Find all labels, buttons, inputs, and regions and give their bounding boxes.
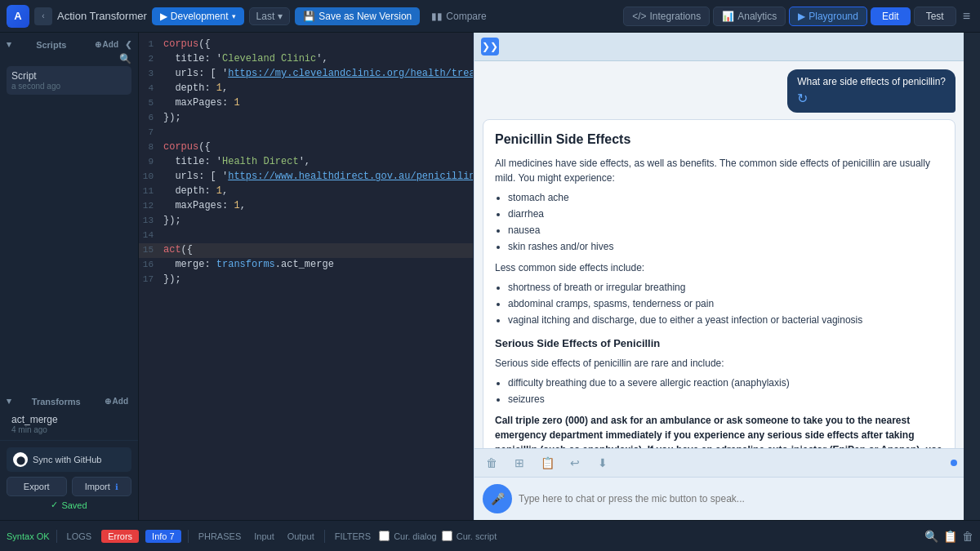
line-number: 17 [139,273,163,284]
back-button[interactable]: ‹ [34,7,52,25]
line-number: 13 [139,215,163,225]
line-number: 10 [139,171,163,181]
clipboard-icon[interactable]: 📋 [537,452,558,473]
line-code: urls: [ 'https://my.clevelandclinic.org/… [163,68,473,79]
errors-tab[interactable]: Errors [101,530,139,543]
scripts-header: ▾ Scripts ⊕ Add ❮ [7,38,131,53]
script-name: Script [11,70,127,82]
version-label: Last [256,11,275,22]
line-number: 4 [139,82,163,93]
scroll-dot[interactable] [951,460,957,466]
import-info-icon: ℹ [115,482,118,491]
check-icon: ✓ [51,500,58,510]
transforms-label: Transforms [32,397,81,407]
chat-messages: What are side effects of penicillin? ↻ P… [474,61,964,448]
code-line: 6}); [139,111,473,126]
sync-github-button[interactable]: ⬤ Sync with GitHub [7,447,131,472]
logs-tab[interactable]: LOGS [64,530,96,543]
chat-left-icons: 🗑 ⊞ 📋 ↩ ⬇ [481,452,613,473]
import-button[interactable]: Import ℹ [72,477,132,496]
compare-button[interactable]: ▮▮ Compare [425,7,492,25]
code-line: 15act({ [139,243,473,258]
code-line: 13}); [139,214,473,229]
development-button[interactable]: ▶ Development ▾ [152,7,244,25]
line-number: 3 [139,68,163,78]
code-line: 5 maxPages: 1 [139,96,473,111]
less-common-label: Less common side effects include: [495,260,943,275]
output-tab[interactable]: Output [284,530,318,543]
less-common-effect-item: vaginal itching and discharge, due to ei… [508,313,943,327]
saved-label: Saved [61,500,87,510]
script-time: a second ago [11,82,127,91]
analytics-button[interactable]: 📊 Analytics [713,7,786,26]
line-code: maxPages: 1, [163,200,246,211]
line-code: title: 'Health Direct', [163,156,310,167]
scripts-search-icon[interactable]: 🔍 [119,53,131,64]
playground-button[interactable]: ▶ Playground [789,7,867,26]
common-effect-item: diarrhea [508,207,943,221]
transform-time: 4 min ago [11,425,127,434]
page-title: Action Transformer [57,10,147,22]
chat-header: ❯❯ [474,33,964,61]
menu-button[interactable]: ≡ [960,6,973,27]
transforms-collapse-icon[interactable]: ▾ [7,396,11,407]
test-button[interactable]: Test [914,7,956,26]
less-common-effect-item: abdominal cramps, spasms, tenderness or … [508,296,943,311]
download-icon[interactable]: ⬇ [592,452,613,473]
emergency-text: Call triple zero (000) and ask for an am… [495,413,943,449]
chat-expand-button[interactable]: ❯❯ [481,38,499,56]
editor-lines[interactable]: 1corpus({2 title: 'Cleveland Clinic',3 u… [139,33,473,520]
save-new-version-button[interactable]: 💾 Save as New Version [295,7,420,25]
message-refresh-icon[interactable]: ↻ [797,91,808,105]
phrases-tab[interactable]: PHRASES [195,530,245,543]
sidebar-collapse-button[interactable]: ❮ [125,40,131,49]
sidebar-item-script[interactable]: Script a second ago [7,66,131,95]
line-code: }); [163,112,181,123]
add-script-button[interactable]: ⊕ Add [91,39,122,50]
code-line: 8corpus({ [139,140,473,155]
line-number: 15 [139,244,163,255]
integrations-button[interactable]: </> Integrations [623,7,710,26]
line-number: 11 [139,185,163,196]
back-arrow-icon[interactable]: ↩ [564,452,586,473]
chat-input[interactable] [519,493,956,504]
sidebar-item-transform[interactable]: act_merge 4 min ago [7,410,131,438]
search-bottom-icon[interactable]: 🔍 [924,530,938,543]
info-tab[interactable]: Info 7 [145,530,181,543]
trash-icon[interactable]: 🗑 [481,452,502,473]
transforms-header: ▾ Transforms ⊕ Add [7,394,131,410]
code-line: 9 title: 'Health Direct', [139,155,473,170]
scripts-actions: ⊕ Add ❮ [91,39,131,50]
bot-response-card: Penicillin Side Effects All medicines ha… [483,119,956,448]
copy-bottom-icon[interactable]: 📋 [943,530,957,543]
integrations-icon: </> [632,11,646,22]
playground-label: Playground [808,11,858,22]
line-code: depth: 1, [163,185,228,197]
edit-button[interactable]: Edit [871,7,911,25]
filters-section: FILTERS Cur. dialog Cur. script [332,530,497,543]
export-button[interactable]: Export [7,477,67,496]
scripts-collapse-icon[interactable]: ▾ [7,39,11,50]
input-tab[interactable]: Input [251,530,277,543]
cur-dialog-checkbox[interactable]: Cur. dialog [379,531,437,541]
dev-btn-icon: ▶ [160,11,167,22]
cur-script-checkbox[interactable]: Cur. script [442,531,497,541]
add-transform-button[interactable]: ⊕ Add [101,396,131,407]
add-label: Add [103,40,118,49]
line-number: 8 [139,141,163,152]
github-icon: ⬤ [13,452,28,467]
response-title: Penicillin Side Effects [495,130,943,149]
code-line: 14 [139,229,473,243]
transforms-actions: ⊕ Add [101,396,131,407]
topbar-right-actions: </> Integrations 📊 Analytics ▶ Playgroun… [623,6,973,27]
add-icon: ⊕ [95,40,101,49]
add-transform-icon: ⊕ [105,397,111,406]
analytics-label: Analytics [737,11,777,22]
grid-icon[interactable]: ⊞ [509,452,530,473]
common-effects-list: stomach achediarrheanauseaskin rashes an… [508,190,943,254]
playground-icon: ▶ [798,11,805,22]
bottombar: Syntax OK LOGS Errors Info 7 PHRASES Inp… [0,520,980,551]
trash-bottom-icon[interactable]: 🗑 [962,530,973,543]
mic-button[interactable]: 🎤 [483,484,512,513]
version-select[interactable]: Last ▾ [249,7,291,25]
